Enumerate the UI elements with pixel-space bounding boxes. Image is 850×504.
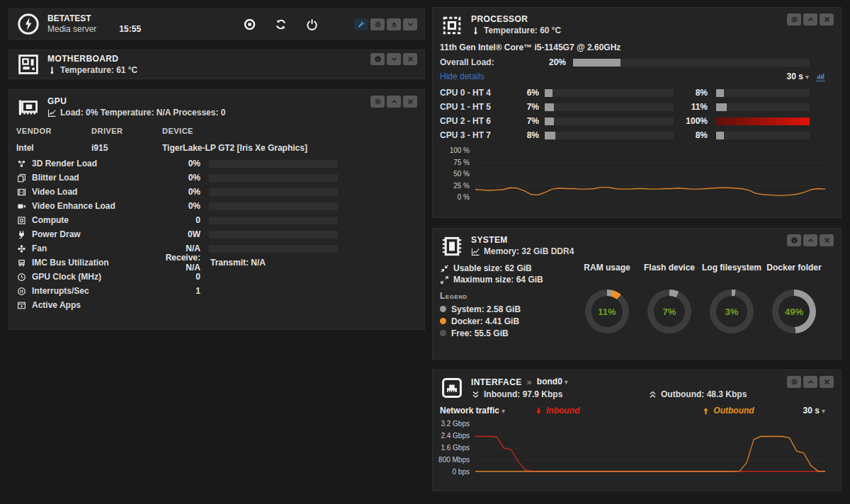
gpu-col-device: DEVICE [162,127,417,135]
processor-temperature: Temperature: 60 °C [484,25,561,36]
info-button[interactable] [787,234,801,246]
render-3d-icon [16,159,27,168]
compress-icon [440,264,449,273]
chart-tick-label: 800 Mbps [438,456,470,464]
inbound-legend-toggle[interactable]: Inbound [534,406,579,416]
cpu-core-row: CPU 1 - HT 57%11% [440,100,810,114]
memory-legend: System: 2.58 GiBDocker: 4.41 GiBFree: 55… [440,303,560,339]
power-button[interactable] [306,18,318,30]
gpu-metric-row: Power Draw0W [16,227,417,241]
refresh-button[interactable] [275,18,287,30]
chart-line-icon [47,108,57,118]
cpu-chart-plot [475,151,825,197]
cpu-interval-dropdown[interactable]: 30 s▾ [787,71,809,81]
cpu-core-rows: CPU 0 - HT 46%8%CPU 1 - HT 57%11%CPU 2 -… [440,86,810,142]
double-up-icon [648,390,657,399]
chart-tick-label: 75 % [453,159,470,166]
gpu-metric-value: 0 [162,272,200,282]
network-interval-dropdown[interactable]: 30 s▾ [803,406,825,416]
caret-down-icon: ▾ [822,407,825,415]
donut-column: Flash device7% [638,263,701,339]
gear-button[interactable] [787,376,801,388]
stop-button[interactable] [244,18,256,30]
chevron-up-button[interactable] [803,376,817,388]
bar-chart-icon[interactable] [816,71,825,81]
cpu-core-bar-1 [545,118,674,125]
outbound-legend-toggle[interactable]: Outbound [701,406,754,416]
donut-title: Docker folder [763,263,825,285]
gpu-metric-row: Interrupts/Sec1 [16,284,417,298]
server-name: BETATEST [47,13,141,24]
chart-tick-label: 50 % [453,170,470,178]
hide-details-link[interactable]: Hide details [440,71,484,81]
close-button[interactable] [820,234,834,246]
gpu-metric-value: 0W [162,229,200,239]
chevron-down-button[interactable] [403,18,417,30]
gpu-metric-value: 0% [162,159,200,168]
gear-button[interactable] [370,96,385,108]
double-angle-separator: » [527,377,532,388]
close-button[interactable] [403,96,417,108]
chart-tick-label: 3.2 Gbps [441,420,470,428]
caret-down-icon: ▾ [502,407,505,415]
blitter-icon [16,173,27,183]
donut-percentage: 3% [710,290,754,333]
interface-card: INTERFACE » bond0▾ Inbound: 97.9 Kbps Ou… [432,370,842,491]
legend-label: System: 2.58 GiB [451,304,521,314]
active-apps-icon [16,301,27,310]
gpu-metric-row: FanN/A [16,241,417,256]
gear-button[interactable] [787,13,801,25]
cpu-core-row: CPU 2 - HT 67%100% [440,114,810,128]
gpu-title: GPU [47,96,225,107]
cpu-core-value-1: 7% [514,102,539,112]
power-draw-icon [16,230,27,239]
close-button[interactable] [403,53,417,65]
server-description: Media server [47,24,96,35]
network-chart-y-labels: 3.2 Gbps2.4 Gbps1.6 Gbps800 Mbps0 bps [440,424,475,472]
network-traffic-chart: 3.2 Gbps2.4 Gbps1.6 Gbps800 Mbps0 bps [440,424,834,472]
server-actions [244,18,417,30]
chevron-up-button[interactable] [387,96,401,108]
gpu-stats: Load: 0% Temperature: N/A Processes: 0 [60,107,225,118]
fan-icon [16,244,27,253]
gear-button[interactable] [370,18,385,30]
gpu-metric-row: Blitter Load0% [16,171,417,185]
wrench-button[interactable] [354,18,368,30]
eject-button[interactable] [387,18,401,30]
motherboard-card: MOTHERBOARD Temperature: 61 °C [8,50,425,79]
server-card: BETATEST Media server 15:55 [8,8,425,40]
network-traffic-dropdown[interactable]: Network traffic▾ [440,406,534,416]
interface-port-dropdown[interactable]: bond0▾ [537,376,568,388]
motherboard-icon [16,52,40,76]
gpu-col-vendor: VENDOR [16,127,91,135]
donut-ring: 3% [710,290,754,333]
donut-column: Log filesystem3% [701,263,763,339]
gpu-vendor: Intel [16,143,91,153]
server-bolt-icon [16,12,40,36]
gpu-metric-bar [209,188,338,196]
gpu-icon [16,96,40,120]
close-button[interactable] [820,13,834,25]
gpu-metric-row: Active Apps [16,298,417,312]
bus-icon [16,258,27,268]
video-icon [16,188,27,197]
cpu-core-value-2: 11% [674,102,708,112]
chevron-down-button[interactable] [387,53,401,65]
cpu-core-row: CPU 3 - HT 78%8% [440,128,810,142]
info-button[interactable] [370,53,385,65]
cpu-core-value-2: 8% [674,88,708,98]
legend-dot [440,330,446,336]
legend-title: Legend [440,291,560,301]
thermometer-icon [471,26,480,35]
gpu-metric-bar [209,174,338,182]
chart-tick-label: 1.6 Gbps [441,444,470,452]
donut-column: Docker folder49% [763,263,825,339]
cpu-core-bar-1 [545,89,674,97]
cpu-core-value-1: 8% [514,130,539,140]
gpu-card: GPU Load: 0% Temperature: N/A Processes:… [8,89,425,330]
donut-title: RAM usage [576,263,638,285]
chevron-up-button[interactable] [803,234,817,246]
close-button[interactable] [820,376,834,388]
chevron-up-button[interactable] [803,13,817,25]
cpu-core-value-1: 6% [514,88,539,98]
